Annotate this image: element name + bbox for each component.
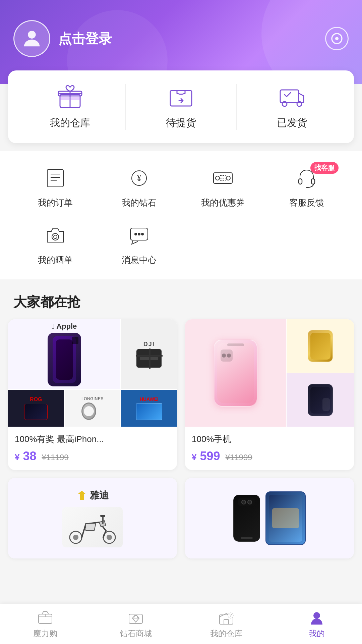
menu-filler-1 [181,222,265,266]
dark-phone-image [287,373,354,427]
product-collage-1:  Apple DJI [8,319,177,427]
svg-point-31 [138,233,140,235]
svg-rect-26 [311,179,315,184]
pink-phone-image [185,319,286,427]
box-arrow-icon [168,84,194,111]
product-card-3[interactable]: 雅迪 [8,478,177,558]
nav-item-diamond-mall[interactable]: 钻石商城 [90,604,181,644]
nav-magic-label: 魔力购 [33,628,57,639]
svg-rect-8 [71,97,80,100]
product-original-price-1: ¥11199 [42,453,69,462]
product-prices-2: ¥ 599 ¥11999 [192,449,347,463]
showcase-label: 我的晒单 [38,254,73,266]
rog-product-image: ROG [8,390,64,427]
feedback-label: 客服反馈 [289,197,324,209]
product-info-1: 100%有奖 最高iPhon... ¥ 38 ¥11199 [8,427,177,470]
product-info-2: 100%手机 ¥ 599 ¥11999 [185,427,354,470]
huawei-product-image: HUAWEI [121,390,177,427]
product-card-4[interactable] [185,478,354,558]
bottom-nav: 魔力购 钻石商城 ? 我的仓库 我的 [0,604,362,644]
product-collage-2 [185,319,354,427]
section-title: 大家都在抢 [0,279,362,319]
camera-icon [42,222,69,249]
yadea-brand-text: 雅迪 [90,489,109,502]
quick-actions-card: 我的仓库 待提货 已发货 [8,70,354,143]
dji-product-image: DJI [121,319,177,389]
product-original-price-2: ¥11999 [226,453,252,462]
gift-icon [57,84,83,111]
login-button[interactable]: 点击登录 [58,30,112,48]
product-card-2[interactable]: 100%手机 ¥ 599 ¥11999 [185,319,354,470]
gold-phone-image [287,319,354,373]
menu-item-coupons[interactable]: 我的优惠券 [181,165,265,209]
nav-my-warehouse-label: 我的仓库 [210,628,242,639]
yadea-brand: 雅迪 [76,489,109,502]
phone-product-image-2 [185,478,354,558]
diamonds-label: 我的钻石 [122,197,157,209]
product-price-1: ¥ 38 [15,449,37,463]
nav-item-mine[interactable]: 我的 [272,604,362,644]
svg-text:?: ? [230,613,232,618]
nav-item-my-warehouse[interactable]: ? 我的仓库 [181,604,272,644]
right-side-phones [287,319,354,427]
kefu-badge: 找客服 [310,162,339,174]
svg-rect-10 [280,90,299,103]
product-grid:  Apple DJI [0,319,362,478]
orders-icon [42,165,69,192]
svg-point-32 [141,233,143,235]
truck-icon [279,84,305,111]
nav-item-magic[interactable]: 魔力购 [0,604,90,644]
orders-label: 我的订单 [38,197,73,209]
pending-label: 待提货 [166,116,196,130]
svg-text:¥: ¥ [137,172,141,183]
product-card-1[interactable]:  Apple DJI [8,319,177,470]
warehouse-label: 我的仓库 [50,116,90,130]
messages-icon [126,222,153,249]
svg-point-27 [52,233,59,240]
product-price-2: ¥ 599 [192,449,220,463]
menu-item-diamonds[interactable]: ¥ 我的钻石 [97,165,181,209]
svg-point-28 [54,235,57,238]
shipped-label: 已发货 [277,116,307,130]
product-grid-bottom: 雅迪 [0,478,362,599]
menu-item-orders[interactable]: 我的订单 [13,165,97,209]
product-prices-1: ¥ 38 ¥11199 [15,449,170,463]
svg-rect-39 [100,515,105,517]
longines-product-image: LONGINES [65,390,121,427]
svg-point-20 [216,176,220,180]
product-name-1: 100%有奖 最高iPhon... [15,433,170,445]
settings-button[interactable] [325,27,349,50]
menu-filler-2 [265,222,349,266]
menu-item-feedback[interactable]: 找客服 客服反馈 [265,165,349,209]
svg-point-0 [28,31,36,39]
svg-point-30 [135,233,137,235]
svg-point-1 [335,37,339,40]
menu-item-showcase[interactable]: 我的晒单 [13,222,97,266]
yadea-product-image: 雅迪 [8,478,177,558]
svg-rect-48 [224,620,229,624]
menu-item-messages[interactable]: 消息中心 [97,222,181,266]
svg-rect-7 [60,97,69,100]
avatar[interactable] [13,20,50,57]
svg-rect-13 [47,169,63,187]
nav-mine-label: 我的 [309,628,325,639]
messages-label: 消息中心 [122,254,157,266]
svg-point-21 [226,176,230,180]
coupons-label: 我的优惠券 [201,197,245,209]
diamonds-icon: ¥ [126,165,153,192]
quick-action-shipped[interactable]: 已发货 [236,84,347,130]
svg-marker-33 [78,491,86,500]
apple-product-image:  Apple [8,319,120,389]
quick-action-pending[interactable]: 待提货 [125,84,236,130]
product-name-2: 100%手机 [192,433,347,445]
menu-section: 我的订单 ¥ 我的钻石 [0,151,362,279]
svg-point-51 [313,612,320,619]
svg-point-37 [107,535,112,540]
quick-action-warehouse[interactable]: 我的仓库 [15,84,125,130]
coupons-icon [209,165,236,192]
svg-rect-25 [299,179,302,184]
svg-point-36 [73,535,78,540]
nav-diamond-mall-label: 钻石商城 [120,628,152,639]
